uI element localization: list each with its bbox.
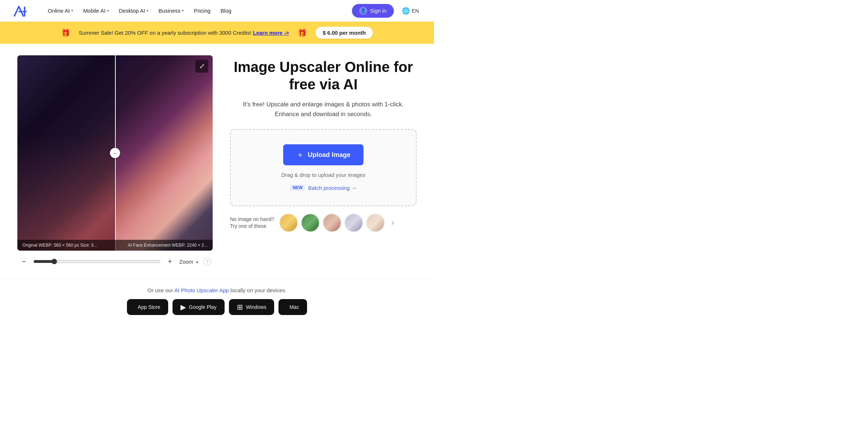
zoom-out-button[interactable]: − <box>19 256 29 267</box>
banner-text: Summer Sale! Get 20% OFF on a yearly sub… <box>79 30 289 36</box>
windows-button[interactable]: ⊞ Windows <box>229 299 275 315</box>
chevron-down-icon: ▾ <box>146 9 148 13</box>
nav-item-pricing[interactable]: Pricing <box>190 5 215 17</box>
upload-section: Image Upscaler Online for free via AI It… <box>230 55 417 232</box>
zoom-controls: − + Zoom ▲ ? <box>17 256 213 267</box>
bottom-text: Or use our AI Photo Upscaler App locally… <box>17 287 417 293</box>
nav-links: Online AI ▾ Mobile AI ▾ Desktop AI ▾ Bus… <box>43 5 352 17</box>
globe-icon: 🌐 <box>402 7 410 15</box>
sample-next-button[interactable]: › <box>390 217 395 229</box>
nav-item-desktop-ai[interactable]: Desktop AI ▾ <box>115 5 153 17</box>
nav-item-mobile-ai[interactable]: Mobile AI ▾ <box>79 5 113 17</box>
nav-item-business[interactable]: Business ▾ <box>154 5 188 17</box>
banner-emoji-left: 🎁 <box>61 29 70 37</box>
sample-thumb-3[interactable] <box>323 213 341 232</box>
plus-icon: ＋ <box>296 149 304 160</box>
zoom-label-wrap: Zoom ▲ <box>179 259 199 265</box>
zoom-help-icon[interactable]: ? <box>203 258 211 265</box>
banner-price-button[interactable]: $ 6.00 per month <box>315 27 373 39</box>
language-button[interactable]: 🌐 EN <box>398 5 422 17</box>
navbar: Online AI ▾ Mobile AI ▾ Desktop AI ▾ Bus… <box>0 0 434 22</box>
page-title: Image Upscaler Online for free via AI <box>230 58 417 93</box>
zoom-slider-wrap <box>33 259 161 264</box>
sample-thumbnails <box>279 213 385 232</box>
bottom-section: Or use our AI Photo Upscaler App locally… <box>0 278 434 321</box>
app-link[interactable]: AI Photo Upscaler App <box>174 287 229 293</box>
app-buttons-row: App Store ▶ Google Play ⊞ Windows Mac <box>17 299 417 315</box>
user-icon: 👤 <box>359 7 367 15</box>
image-caption: Original WEBP: 560 × 560 px Size: 3... A… <box>17 240 213 251</box>
caption-before-label: Original WEBP: 560 × 560 px Size: 3... <box>22 243 97 248</box>
banner-emoji-right: 🎁 <box>298 29 307 37</box>
page-subtitle: It's free! Upscale and enlarge images & … <box>230 99 417 119</box>
chevron-down-icon: ▾ <box>71 9 73 13</box>
image-before <box>17 55 115 251</box>
sample-images-row: No image on hand? Try one of these › <box>230 213 417 232</box>
sign-in-button[interactable]: 👤 Sign in <box>352 4 394 18</box>
upload-image-button[interactable]: ＋ Upload Image <box>283 144 363 165</box>
batch-processing-link[interactable]: Batch processing → <box>308 185 357 191</box>
banner-learn-more-link[interactable]: Learn more -> <box>253 30 289 36</box>
expand-icon: ⤢ <box>199 62 205 70</box>
nav-right: 👤 Sign in 🌐 EN <box>352 4 422 18</box>
new-badge: NEW <box>290 184 305 191</box>
main-content: ⤢ ↔ Original WEBP: 560 × 560 px Size: 3.… <box>0 44 434 278</box>
mac-button[interactable]: Mac <box>278 299 307 315</box>
sample-thumb-2[interactable] <box>301 213 320 232</box>
sample-thumb-4[interactable] <box>344 213 363 232</box>
android-icon: ▶ <box>180 303 186 311</box>
promo-banner: 🎁 Summer Sale! Get 20% OFF on a yearly s… <box>0 22 434 44</box>
caption-after-label: AI Face Enhancement WEBP: 2240 × 2... <box>128 243 208 248</box>
logo[interactable] <box>12 4 29 17</box>
expand-button[interactable]: ⤢ <box>195 60 208 73</box>
drag-drop-hint: Drag & drop to upload your images <box>281 172 366 178</box>
image-viewer: ⤢ ↔ Original WEBP: 560 × 560 px Size: 3.… <box>17 55 213 251</box>
sample-thumb-1[interactable] <box>279 213 298 232</box>
image-viewer-wrap: ⤢ ↔ Original WEBP: 560 × 560 px Size: 3.… <box>17 55 213 267</box>
sample-label: No image on hand? Try one of these <box>230 216 274 230</box>
chevron-down-icon: ▾ <box>182 9 184 13</box>
windows-icon: ⊞ <box>237 303 243 311</box>
zoom-label: Zoom <box>179 259 193 265</box>
upload-dropzone[interactable]: ＋ Upload Image Drag & drop to upload you… <box>230 129 417 206</box>
divider-handle[interactable]: ↔ <box>110 148 120 158</box>
zoom-slider[interactable] <box>33 259 161 264</box>
image-after <box>115 55 213 251</box>
sample-thumb-5[interactable] <box>366 213 385 232</box>
google-play-button[interactable]: ▶ Google Play <box>173 299 224 315</box>
app-store-button[interactable]: App Store <box>127 299 168 315</box>
chevron-down-icon: ▾ <box>107 9 109 13</box>
nav-item-online-ai[interactable]: Online AI ▾ <box>43 5 77 17</box>
nav-item-blog[interactable]: Blog <box>216 5 236 17</box>
zoom-chevron-icon: ▲ <box>195 260 199 264</box>
zoom-in-button[interactable]: + <box>165 256 175 267</box>
batch-processing-link-wrap: NEW Batch processing → <box>290 184 357 191</box>
